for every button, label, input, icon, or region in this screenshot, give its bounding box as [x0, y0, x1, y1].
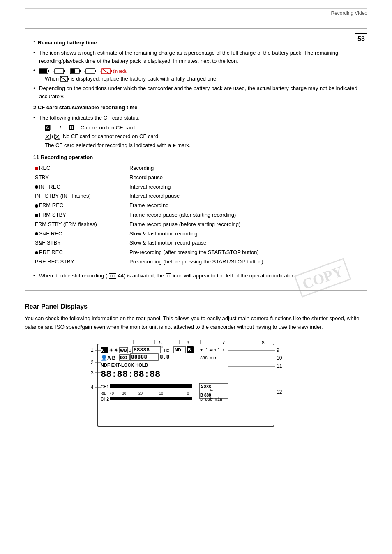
svg-text:88:88:88:88: 88:88:88:88 — [101, 369, 160, 380]
svg-text:A B: A B — [107, 355, 116, 361]
frm-stby-description: Frame record pause (after starting recor… — [128, 210, 359, 220]
svg-text:/: / — [52, 134, 53, 139]
svg-text:min: min — [208, 388, 213, 392]
battery-icons-row: → → → — [39, 67, 129, 74]
cf-sub-2: / No CF card or cannot record on CF card — [33, 132, 359, 141]
page-container: Recording Video 53 1 Remaining battery t… — [0, 0, 392, 554]
svg-text:2: 2 — [91, 360, 94, 365]
rear-panel-section: Rear Panel Displays You can check the fo… — [25, 303, 367, 447]
section-title: Recording Video — [331, 10, 367, 16]
svg-text:NDF  EXT-LOCK  HOLD: NDF EXT-LOCK HOLD — [101, 362, 148, 367]
cf-a-icon: A A A — [45, 125, 57, 131]
table-row: INT REC Interval recording — [33, 182, 359, 192]
battery-bullet-2: → → → — [33, 67, 359, 83]
svg-text:👤: 👤 — [101, 354, 108, 361]
double-slot-indicator-icon: D — [166, 273, 171, 278]
svg-text:88888: 88888 — [134, 347, 150, 353]
main-content-box: 1 Remaining battery time The icon shows … — [25, 28, 367, 291]
sf-stby-description: Slow & fast motion record pause — [128, 238, 359, 248]
table-row: S&F REC Slow & fast motion recording — [33, 229, 359, 239]
svg-text:→: → — [82, 69, 86, 74]
svg-rect-63 — [110, 384, 192, 388]
label-7: 7 — [222, 340, 225, 346]
svg-text:B: B — [70, 125, 73, 130]
svg-text:→: → — [97, 69, 101, 74]
svg-text:4: 4 — [91, 384, 94, 390]
triangle-icon — [173, 143, 176, 148]
svg-text:-dB: -dB — [101, 391, 106, 395]
svg-text:→: → — [51, 69, 55, 74]
pre-rec-stby-indicator: PRE REC STBY — [33, 257, 128, 267]
svg-text:3: 3 — [91, 370, 94, 376]
battery-title: 1 Remaining battery time — [33, 39, 359, 46]
frm-rec-indicator: FRM REC — [33, 201, 128, 210]
svg-text:±: ± — [129, 348, 131, 353]
svg-rect-4 — [55, 69, 64, 74]
svg-rect-17 — [111, 70, 112, 72]
cf-no-record: No CF card or cannot record on CF card — [63, 133, 159, 139]
battery-bullet-1: The icon shows a rough estimate of the r… — [33, 49, 359, 65]
svg-rect-71 — [110, 397, 192, 400]
cf-can-record: Can record on CF card — [81, 125, 135, 131]
svg-rect-9 — [71, 69, 75, 73]
frm-stby-flash-indicator: FRM STBY (FRM flashes) — [33, 220, 128, 229]
svg-line-20 — [61, 77, 67, 81]
svg-rect-2 — [48, 70, 49, 72]
svg-text:88888: 88888 — [131, 354, 147, 360]
black-dot — [35, 185, 38, 189]
table-row: PRE REC Pre-recording (after pressing th… — [33, 248, 359, 257]
cf-card-bullets: The following indicates the CF card stat… — [33, 114, 359, 122]
table-row: STBY Record pause — [33, 173, 359, 182]
battery-icons-svg: → → → — [39, 68, 129, 74]
page-number: 53 — [355, 33, 367, 43]
rec-indicator: REC — [33, 164, 128, 173]
svg-text:12: 12 — [277, 389, 282, 395]
stby-description: Record pause — [128, 173, 359, 182]
svg-text:K: K — [101, 348, 104, 353]
svg-text:0: 0 — [187, 391, 189, 395]
cf-sub-1: A A A / B Can record on CF card — [33, 124, 359, 132]
label-8: 8 — [262, 340, 265, 346]
frm-stby-indicator: FRM STBY — [33, 210, 128, 220]
double-slot-icon: □□ — [109, 273, 116, 279]
cf-slash: / — [60, 125, 68, 131]
svg-text:A: A — [45, 125, 49, 131]
sf-rec-description: Slow & fast motion recording — [128, 229, 359, 239]
int-stby-description: Interval record pause — [128, 192, 359, 201]
svg-text:10: 10 — [159, 391, 163, 395]
svg-text:20: 20 — [138, 391, 143, 395]
rear-panel-title: Rear Panel Displays — [25, 303, 367, 310]
rec-op-title: 11 Recording operation — [33, 154, 359, 160]
recording-operation-section: 11 Recording operation COPY REC Recordin… — [33, 154, 359, 279]
frm-stby-flash-description: Frame record pause (before starting reco… — [128, 220, 359, 229]
svg-rect-6 — [64, 70, 65, 72]
svg-text:✳: ✳ — [109, 348, 113, 353]
black-dot-2 — [35, 204, 38, 208]
frm-rec-description: Frame recording — [128, 201, 359, 210]
svg-text:✳: ✳ — [114, 348, 118, 353]
svg-text:min: min — [208, 397, 213, 400]
black-dot-3 — [35, 214, 38, 217]
svg-text:CH2: CH2 — [101, 397, 109, 402]
red-dot — [35, 167, 38, 170]
svg-text:WB: WB — [120, 348, 127, 353]
svg-text:8.8: 8.8 — [160, 354, 170, 360]
int-rec-description: Interval recording — [128, 182, 359, 192]
svg-text:888 min: 888 min — [200, 356, 217, 360]
cf-card-title: 2 CF card status/available recording tim… — [33, 104, 359, 111]
svg-rect-5 — [39, 69, 44, 73]
svg-text:10: 10 — [277, 355, 282, 361]
section-header: Recording Video — [25, 10, 367, 16]
lcd-diagram: 5 6 7 8 K ✳ ✳ WB ± — [73, 340, 319, 447]
depleted-battery-icon — [60, 76, 69, 82]
cf-b-icon: B — [69, 125, 77, 131]
int-rec-indicator: INT REC — [33, 182, 128, 192]
cf-card-section: 2 CF card status/available recording tim… — [33, 104, 359, 149]
svg-text:B: B — [188, 347, 191, 352]
battery-bullet-2-text: When is displayed, replace the battery p… — [39, 75, 218, 83]
battery-bullets: The icon shows a rough estimate of the r… — [33, 49, 359, 100]
svg-line-16 — [103, 69, 109, 74]
black-dot-5 — [35, 251, 38, 254]
svg-rect-12 — [86, 69, 95, 74]
table-row: FRM STBY (FRM flashes) Frame record paus… — [33, 220, 359, 229]
